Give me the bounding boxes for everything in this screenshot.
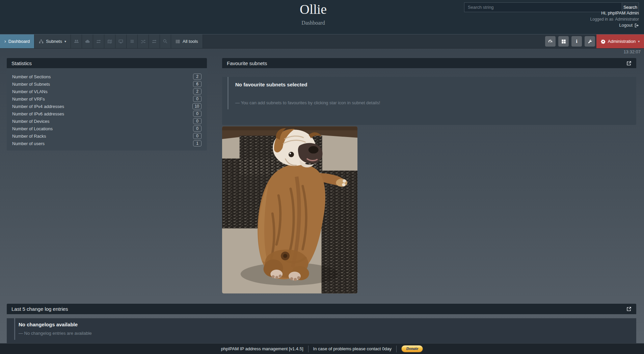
info-button[interactable]: i [571,36,582,47]
stat-row: Number of IPv6 addresses0 [12,110,202,117]
changelog-panel: Last 5 change log entries No changelogs … [7,304,636,347]
user-box: Hi, phpIPAM Admin Logged in asAdministra… [590,10,639,28]
widgets-grid-button[interactable] [558,36,569,47]
footer-contact-text: In case of problems please contact 0day [313,346,392,351]
favourites-empty-note: No favourite subnets selected — You can … [227,77,636,109]
exchange-alt-icon [152,39,157,44]
favourites-empty-heading: No favourite subnets selected [235,82,636,87]
stat-row: Number of VRFs0 [12,95,202,103]
nav-tab-exchange[interactable] [93,34,104,48]
logged-in-as-label: Logged in as [590,17,614,22]
stat-value-badge: 0 [193,126,202,132]
list-icon [176,39,180,44]
stat-label: Number of IPv4 addresses [12,104,64,109]
stat-row: Number of Locations0 [12,125,202,132]
chevron-right-icon: › [4,39,6,44]
stat-row: Number of VLANs2 [12,88,202,95]
gear-icon [601,39,606,44]
footer: phpIPAM IP address management [v1.4.5] I… [0,343,644,354]
external-link-icon [626,306,632,311]
stat-label: Number of users [12,141,45,146]
stat-row: Number of Devices0 [12,117,202,125]
stat-value-badge: 0 [193,118,202,124]
changelog-empty-heading: No changelogs available [19,322,636,327]
stat-value-badge: 0 [193,111,202,117]
stat-row: Number of Subnets6 [12,80,202,88]
favourite-subnets-header: Favourite subnets [222,58,636,68]
open-changelog-button[interactable] [626,306,632,311]
nav-tab-all-tools[interactable]: All tools [171,34,203,48]
statistics-title: Statistics [11,60,32,66]
nav-tab-devices[interactable] [115,34,127,48]
info-icon: i [576,38,577,44]
grid-icon [561,39,566,44]
changelog-empty-note: No changelogs available — No changelog e… [14,318,636,340]
caret-down-icon: ▾ [638,39,640,43]
donate-button[interactable]: Donate [401,345,423,352]
nav-dashboard-label: Dashboard [8,39,30,44]
stat-label: Number of IPv6 addresses [12,111,64,116]
dog-photo-image [222,126,357,294]
nav-tab-dashboard[interactable]: › Dashboard [0,34,34,48]
favourite-subnets-body: No favourite subnets selected — You can … [222,77,636,125]
changelog-empty-hint: — No changelog entries are available [19,331,636,336]
breadcrumb: Dashboard [0,20,626,26]
sign-out-icon [635,23,639,28]
tools-wrench-button[interactable] [585,36,595,47]
caret-down-icon: ▾ [64,39,66,43]
dog-photo [222,126,357,294]
logout-link[interactable]: Logout [590,23,639,28]
align-justify-icon [130,39,134,44]
nav-tab-map[interactable] [104,34,115,48]
administration-label: Administration [608,39,636,44]
stat-label: Number of Devices [12,119,50,124]
desktop-icon [118,39,123,44]
stat-value-badge: 0 [193,133,202,139]
stat-label: Number of VLANs [12,89,48,94]
logged-in-as: Logged in asAdministrator [590,17,639,22]
favourite-subnets-panel: Favourite subnets No favourite subnets s… [222,58,636,125]
stat-row: Number of Sections2 [12,73,202,80]
app-version-link[interactable]: phpIPAM IP address management [v1.4.5] [221,346,303,351]
external-link-icon [626,61,632,66]
statistics-panel-body: Number of Sections2 Number of Subnets6 N… [7,68,207,151]
stat-value-badge: 10 [192,103,202,109]
dashboard-gauge-button[interactable] [545,36,556,47]
clock: 13:32:07 [623,49,641,54]
stat-value-badge: 1 [193,140,202,146]
stat-row: Number of Racks0 [12,132,202,140]
stat-label: Number of VRFs [12,97,45,102]
administration-menu[interactable]: Administration ▾ [596,34,644,48]
user-role: Administrator [615,17,639,22]
stat-value-badge: 2 [193,88,202,94]
nav-tab-shuffle[interactable] [138,34,149,48]
nav-tab-users[interactable] [71,34,82,48]
favourites-empty-hint: — You can add subnets to favourites by c… [235,100,636,105]
stat-value-badge: 6 [193,81,202,87]
top-header: Ollie Dashboard Search Hi, phpIPAM Admin… [0,0,644,34]
nav-tab-vlans[interactable] [127,34,138,48]
nav-tab-search[interactable] [160,34,171,48]
nav-all-tools-label: All tools [183,39,198,44]
shuffle-icon [141,39,145,44]
open-favourites-button[interactable] [626,61,632,66]
statistics-panel-header: Statistics [7,58,207,68]
gauge-icon [548,39,553,44]
nav-tab-nat[interactable] [149,34,160,48]
wrench-icon [588,39,592,44]
nav-subnets-label: Subnets [46,39,62,44]
statistics-panel: Statistics Number of Sections2 Number of… [7,58,207,151]
stat-label: Number of Sections [12,74,51,79]
footer-divider [396,346,397,352]
nav-right-group: i Administration ▾ [542,34,644,48]
stat-value-badge: 2 [193,74,202,80]
stat-value-badge: 0 [193,96,202,102]
stat-row: Number of users1 [12,140,202,147]
nav-tab-subnets[interactable]: Subnets ▾ [34,34,71,48]
stat-label: Number of Locations [12,126,53,131]
changelog-header: Last 5 change log entries [7,304,636,314]
nav-tab-cloud[interactable] [82,34,93,48]
stat-label: Number of Subnets [12,82,50,87]
favourite-subnets-title: Favourite subnets [227,60,267,66]
search-icon [163,39,168,44]
